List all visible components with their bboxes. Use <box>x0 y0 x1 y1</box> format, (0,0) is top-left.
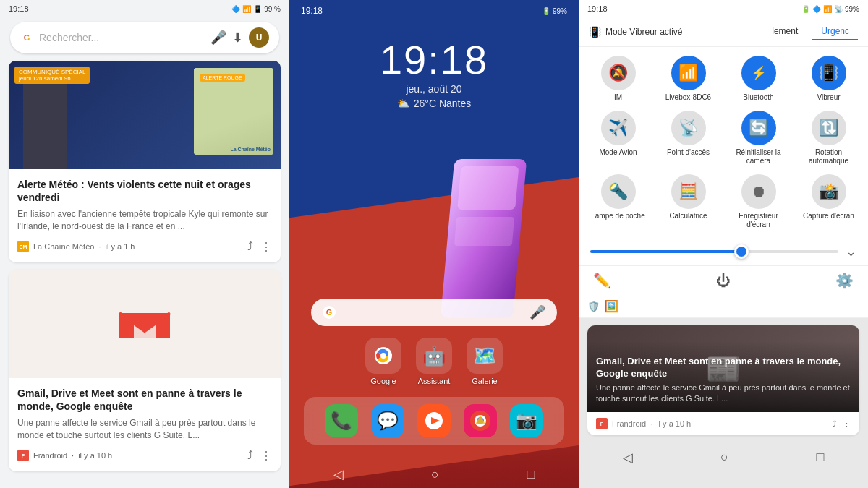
qs-news-image: 📰 Gmail, Drive et Meet sont en panne à t… <box>587 325 859 412</box>
edit-icon[interactable]: ✏️ <box>593 272 611 289</box>
qs-tile-calc: 🧮 Calculatrice <box>658 174 719 229</box>
brightness-thumb[interactable] <box>734 244 749 259</box>
home-app-row: Google 🤖 Assistant 🗺️ Galerie <box>289 338 579 385</box>
download-icon: ⬇ <box>232 30 243 46</box>
qs-tile-im-label: IM <box>614 93 622 102</box>
qs-tile-livebox-btn[interactable]: 📶 <box>671 56 706 90</box>
weather-cloud-icon: ⛅ <box>397 98 409 109</box>
mode-vibreur-label: Mode Vibreur activé <box>605 27 683 37</box>
app-assistant-label: Assistant <box>418 377 451 385</box>
weather-map-inner: ALERTE ROUGE <box>194 68 273 155</box>
qs-tile-recorder-btn[interactable]: ⏺ <box>741 174 776 209</box>
more-icon-2[interactable]: ⋮ <box>260 449 272 463</box>
avatar[interactable]: U <box>249 27 269 48</box>
brightness-expand-icon[interactable]: ⌄ <box>846 244 856 260</box>
power-icon[interactable]: ⏻ <box>716 273 731 289</box>
qs-tile-hotspot-btn[interactable]: 📡 <box>671 111 706 145</box>
home-dock: 📞 💬 📷 <box>304 397 564 445</box>
qs-tile-avion: ✈️ Mode Avion <box>587 111 649 166</box>
search-input-label: Rechercher... <box>39 32 205 43</box>
chain-meteo-logo: La Chaîne Météo <box>230 147 271 152</box>
card-weather-content: Alerte Météo : Vents violents cette nuit… <box>9 169 281 262</box>
signal-icon: 📱 <box>253 5 262 13</box>
qs-tile-flashlight-label: Lampe de poche <box>591 212 645 221</box>
qs-tile-rotation-btn[interactable]: 🔃 <box>812 111 846 145</box>
qs-tile-flashlight-btn[interactable]: 🔦 <box>601 174 636 209</box>
home-clock-time: 19:18 <box>289 36 579 83</box>
qs-home-button[interactable]: ○ <box>720 450 728 466</box>
card-gmail-title: Gmail, Drive et Meet sont en panne à tra… <box>17 387 272 413</box>
home-battery-icon: 🔋 99% <box>542 7 567 15</box>
qs-tile-bluetooth-label: Bluetooth <box>743 93 773 102</box>
qs-back-button[interactable]: ◁ <box>623 450 633 466</box>
weather-badge: ALERTE ROUGE <box>200 74 245 82</box>
share-icon[interactable]: ⤴ <box>247 240 253 254</box>
dock-messages[interactable]: 💬 <box>371 404 404 437</box>
qs-share-icon[interactable]: ⤴ <box>833 419 837 429</box>
more-icon[interactable]: ⋮ <box>260 240 272 254</box>
home-status-time: 19:18 <box>301 6 323 16</box>
bluetooth-icon: 🔷 <box>231 5 240 13</box>
qs-tile-screenshot-btn[interactable]: 📸 <box>812 174 846 209</box>
vibrate-icon: 📳 <box>589 26 601 38</box>
qs-frandroid-logo: F <box>596 418 608 429</box>
qs-tile-calc-btn[interactable]: 🧮 <box>671 174 706 209</box>
qs-bottom-bar: ✏️ ⏻ ⚙️ <box>579 265 868 295</box>
weather-presenter <box>23 75 67 169</box>
qs-tab-urgent[interactable]: Urgenc <box>812 23 858 40</box>
qs-news-actions: ⤴ ⋮ <box>833 419 851 429</box>
mic-icon[interactable]: 🎤 <box>210 30 226 46</box>
qs-charge-icon: 🔋 <box>801 5 810 13</box>
qs-notif-bar: 📳 Mode Vibreur activé lement Urgenc <box>579 17 868 47</box>
qs-tile-vibreur-btn[interactable]: 📳 <box>812 56 846 90</box>
qs-tile-vibreur-label: Vibreur <box>817 93 840 102</box>
qs-status-icons: 🔋 🔷 📶 📡 99% <box>801 5 859 13</box>
recents-button[interactable]: □ <box>527 467 535 482</box>
qs-tile-camera-reset-btn[interactable]: 🔄 <box>741 111 776 145</box>
feed-status-icons: 🔷 📶 📱 99 % <box>231 5 281 13</box>
card-gmail-image <box>9 270 281 378</box>
card-gmail-summary: Une panne affecte le service Gmail à peu… <box>17 417 272 442</box>
card-weather-actions: ⤴ ⋮ <box>247 240 272 254</box>
qs-tile-avion-btn[interactable]: ✈️ <box>601 111 636 145</box>
qs-news-summary: Une panne affecte le service Gmail à peu… <box>596 382 851 403</box>
card-gmail-actions: ⤴ ⋮ <box>247 449 272 463</box>
qs-status-bar: 19:18 🔋 🔷 📶 📡 99% <box>579 0 868 17</box>
qs-news-source: F Frandroid · il y a 10 h <box>596 418 691 429</box>
home-search-bar[interactable]: G 🎤 <box>311 299 557 326</box>
app-google[interactable]: Google <box>365 338 401 385</box>
app-galerie[interactable]: 🗺️ Galerie <box>467 338 503 385</box>
home-clock-date: jeu., août 20 <box>289 83 579 95</box>
dock-camera[interactable]: 📷 <box>510 404 543 437</box>
share-icon-2[interactable]: ⤴ <box>247 449 253 463</box>
qs-recents-button[interactable]: □ <box>816 450 824 466</box>
card-gmail-meta: F Frandroid · il y a 10 h ⤴ ⋮ <box>17 449 272 463</box>
settings-icon[interactable]: ⚙️ <box>835 272 854 289</box>
qs-tile-screenshot-label: Capture d'écran <box>803 212 854 221</box>
dock-phone[interactable]: 📞 <box>325 404 358 437</box>
qs-notif-tabs: lement Urgenc <box>763 23 858 40</box>
qs-tab-normal[interactable]: lement <box>763 23 807 40</box>
qs-tile-livebox-label: Livebox-8DC6 <box>665 93 711 102</box>
home-button[interactable]: ○ <box>431 467 439 482</box>
svg-point-5 <box>380 353 386 359</box>
app-assistant[interactable]: 🤖 Assistant <box>416 338 452 385</box>
card-weather-meta: CM La Chaîne Météo · il y a 1 h ⤴ ⋮ <box>17 240 272 254</box>
feed-status-time: 19:18 <box>9 4 29 13</box>
qs-tile-bluetooth: ⚡ Bluetooth <box>728 56 789 102</box>
qs-tile-rotation: 🔃 Rotation automatique <box>798 111 859 166</box>
home-dock-area: G 🎤 Google <box>289 299 579 445</box>
back-button[interactable]: ◁ <box>333 466 344 482</box>
feed-search-bar[interactable]: G Rechercher... 🎤 ⬇ U <box>10 22 279 53</box>
qs-tile-rotation-label: Rotation automatique <box>798 148 859 166</box>
dock-play[interactable] <box>417 404 451 437</box>
panel-feed: 19:18 🔷 📶 📱 99 % G Rechercher... 🎤 ⬇ U A… <box>0 0 289 488</box>
brightness-slider[interactable] <box>590 250 838 253</box>
qs-news-source-name: Frandroid <box>612 419 646 428</box>
dock-chrome[interactable] <box>464 404 497 437</box>
qs-tile-im-btn[interactable]: 🔕 <box>601 56 636 90</box>
qs-tile-recorder-label: Enregistreur d'écran <box>728 212 789 229</box>
wifi-icon: 📶 <box>242 5 251 13</box>
qs-more-icon[interactable]: ⋮ <box>843 419 851 429</box>
qs-tile-bluetooth-btn[interactable]: ⚡ <box>741 56 776 90</box>
